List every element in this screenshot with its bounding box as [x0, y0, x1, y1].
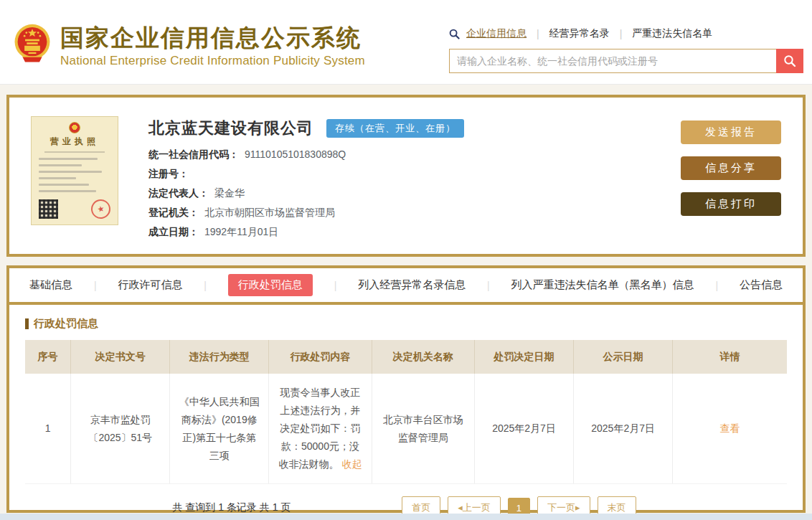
col-header-authority: 决定机关名称 [372, 340, 474, 374]
company-actions: 发送报告 信息分享 信息打印 [681, 116, 781, 254]
field-value: 91110105101830898Q [245, 148, 346, 160]
license-text-line [39, 171, 102, 173]
header-right: 企业信用信息 | 经营异常名录 | 严重违法失信名单 [449, 27, 803, 73]
nav-link-abnormal-operations[interactable]: 经营异常名录 [549, 27, 610, 40]
business-license-image: 营业执照 ★ [31, 116, 118, 225]
cell-penalty-content: 现责令当事人改正上述违法行为，并决定处罚如下：罚款：50000元；没收非法财物。… [269, 374, 372, 484]
license-decor-line [44, 151, 105, 153]
print-info-button[interactable]: 信息打印 [681, 192, 781, 216]
info-row-establishment-date: 成立日期： 1992年11月01日 [148, 226, 681, 239]
field-label: 成立日期： [148, 226, 199, 239]
penalty-content-text: 现责令当事人改正上述违法行为，并决定处罚如下：罚款：50000元；没收非法财物。 [279, 387, 361, 470]
tab-basic-info[interactable]: 基础信息 [29, 278, 72, 292]
field-label: 法定代表人： [148, 187, 209, 200]
field-value: 北京市朝阳区市场监督管理局 [204, 207, 335, 219]
tab-announcements[interactable]: 公告信息 [740, 278, 783, 292]
cell-publish-date: 2025年2月7日 [574, 374, 673, 484]
col-header-violation-type: 违法行为类型 [170, 340, 269, 374]
license-text-line [39, 177, 76, 179]
tab-separator: | [334, 280, 337, 291]
penalty-table: 序号 决定书文号 违法行为类型 行政处罚内容 决定机关名称 处罚决定日期 公示日… [25, 340, 787, 484]
license-emblem-icon [69, 122, 80, 133]
table-row: 1 京丰市监处罚〔2025〕51号 《中华人民共和国商标法》(2019修正)第五… [25, 374, 787, 484]
section-title-marker [25, 318, 29, 329]
field-label: 注册号： [148, 168, 189, 181]
tab-serious-violations-blacklist[interactable]: 列入严重违法失信名单（黑名单）信息 [511, 278, 694, 292]
info-row-credit-code: 统一社会信用代码： 91110105101830898Q [148, 148, 681, 161]
license-text-line [39, 164, 82, 166]
license-red-seal-icon: ★ [89, 197, 112, 220]
top-nav: 企业信用信息 | 经营异常名录 | 严重违法失信名单 [449, 27, 803, 40]
col-header-publish-date: 公示日期 [574, 340, 673, 374]
col-header-penalty-content: 行政处罚内容 [269, 340, 372, 374]
search-input[interactable] [449, 49, 776, 73]
tab-abnormal-operations-list[interactable]: 列入经营异常名录信息 [358, 278, 466, 292]
info-row-registration-authority: 登记机关： 北京市朝阳区市场监督管理局 [148, 207, 681, 219]
field-label: 统一社会信用代码： [148, 148, 239, 161]
col-header-decision-date: 处罚决定日期 [475, 340, 574, 374]
company-name: 北京蓝天建设有限公司 [148, 118, 313, 139]
view-detail-link[interactable]: 查看 [720, 422, 740, 434]
tab-administrative-penalty[interactable]: 行政处罚信息 [228, 274, 313, 296]
page-bottom-strip [0, 514, 812, 520]
cell-seq: 1 [25, 374, 71, 484]
col-header-seq: 序号 [25, 340, 71, 374]
license-footer: ★ [39, 199, 110, 219]
license-title: 营业执照 [39, 136, 110, 148]
license-text-line [39, 184, 89, 186]
penalty-section: 行政处罚信息 序号 决定书文号 违法行为类型 行政处罚内容 决定机关名称 处罚决… [9, 305, 803, 519]
section-title: 行政处罚信息 [25, 317, 787, 331]
info-row-registration-no: 注册号： [148, 168, 681, 181]
search-bar [449, 49, 803, 73]
field-value: 1992年11月01日 [204, 226, 278, 239]
license-text-line [39, 190, 96, 192]
company-info: 北京蓝天建设有限公司 存续（在营、开业、在册） 统一社会信用代码： 911101… [148, 116, 681, 254]
company-status-badge: 存续（在营、开业、在册） [326, 119, 464, 138]
tab-separator: | [204, 280, 207, 291]
nav-separator: | [537, 28, 539, 39]
nav-link-serious-violations[interactable]: 严重违法失信名单 [632, 27, 712, 40]
search-button[interactable] [776, 49, 803, 73]
col-header-detail: 详情 [673, 340, 787, 374]
site-title-en: National Enterprise Credit Information P… [60, 54, 365, 68]
license-qr-code [39, 199, 58, 219]
site-header: 国家企业信用信息公示系统 National Enterprise Credit … [0, 0, 812, 85]
cell-doc-no: 京丰市监处罚〔2025〕51号 [71, 374, 170, 484]
site-title-block: 国家企业信用信息公示系统 National Enterprise Credit … [60, 24, 365, 68]
cell-authority: 北京市丰台区市场监督管理局 [372, 374, 474, 484]
record-count-text: 共 查询到 1 条记录 共 1 页 [172, 501, 291, 514]
cell-decision-date: 2025年2月7日 [475, 374, 574, 484]
collapse-link[interactable]: 收起 [341, 458, 362, 470]
company-panel: 营业执照 ★ 北京蓝天建设有限公司 存续（在营、开业、在册） 统一社会信用代码：… [6, 95, 806, 257]
send-report-button[interactable]: 发送报告 [681, 120, 781, 144]
license-text-line [39, 158, 98, 160]
info-row-legal-representative: 法定代表人： 梁金华 [148, 187, 681, 200]
field-label: 登记机关： [148, 207, 199, 219]
search-icon [449, 29, 460, 39]
national-emblem-logo [11, 22, 53, 66]
tab-separator: | [715, 280, 718, 291]
nav-separator: | [620, 28, 623, 39]
field-value: 梁金华 [214, 187, 245, 200]
table-header-row: 序号 决定书文号 违法行为类型 行政处罚内容 决定机关名称 处罚决定日期 公示日… [25, 340, 787, 374]
col-header-doc-no: 决定书文号 [71, 340, 170, 374]
site-title-cn: 国家企业信用信息公示系统 [60, 24, 365, 52]
share-info-button[interactable]: 信息分享 [681, 156, 781, 180]
main-panel: 基础信息 | 行政许可信息 | 行政处罚信息 | 列入经营异常名录信息 | 列入… [6, 265, 806, 513]
tab-administrative-license[interactable]: 行政许可信息 [118, 278, 182, 292]
tab-bar: 基础信息 | 行政许可信息 | 行政处罚信息 | 列入经营异常名录信息 | 列入… [9, 268, 803, 305]
section-title-text: 行政处罚信息 [34, 317, 98, 331]
cell-detail: 查看 [673, 374, 787, 484]
tab-separator: | [94, 280, 97, 291]
nav-link-enterprise-credit[interactable]: 企业信用信息 [466, 27, 527, 40]
cell-violation-type: 《中华人民共和国商标法》(2019修正)第五十七条第三项 [170, 374, 269, 484]
tab-separator: | [487, 280, 490, 291]
